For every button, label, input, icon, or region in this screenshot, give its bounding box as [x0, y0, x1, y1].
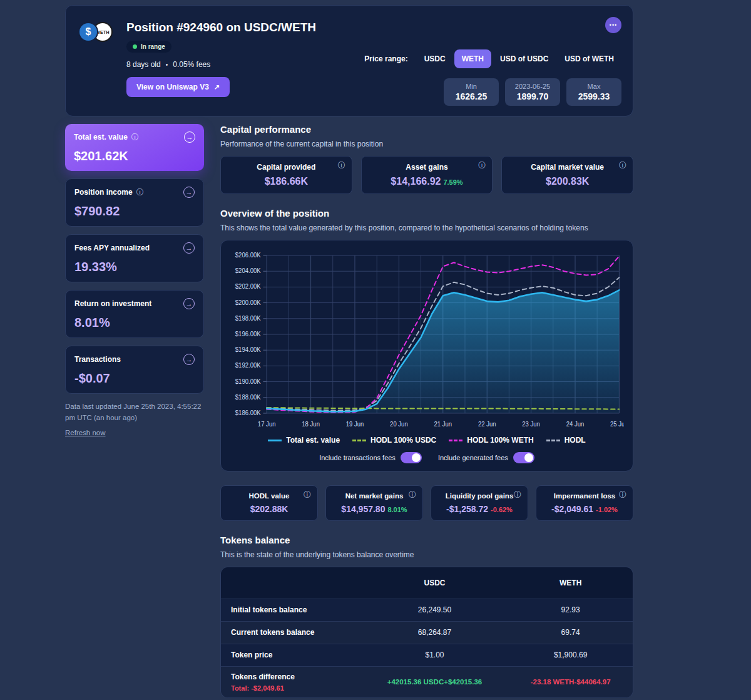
generated-fees-toggle[interactable] [513, 452, 534, 463]
in-range-dot-icon [133, 44, 137, 49]
range-max-value: 2599.33 [574, 91, 614, 101]
column-header-usdc: USDC [361, 567, 509, 599]
svg-text:$194.00K: $194.00K [235, 346, 261, 353]
info-icon[interactable]: ⓘ [478, 162, 486, 169]
view-on-uniswap-label: View on Uniswap V3 [136, 83, 209, 91]
tab-weth[interactable]: WETH [454, 49, 491, 68]
hodl-value-card: ⓘ HODL value $202.88K [220, 485, 318, 521]
stat-value: $200.83K [507, 176, 628, 187]
info-icon[interactable]: ⓘ [304, 491, 311, 498]
total-difference: Total: -$2,049.61 [221, 684, 361, 692]
stat-value: 19.33% [74, 260, 195, 274]
toggle-label: Include generated fees [438, 454, 508, 461]
table-row: Token price $1.00 $1,900.69 [221, 644, 633, 666]
stat-value: $202.88K [226, 504, 312, 514]
info-icon[interactable]: ⓘ [514, 491, 521, 498]
view-on-uniswap-button[interactable]: View on Uniswap V3 ↗ [126, 77, 230, 97]
cell-weth: 92.93 [508, 599, 633, 621]
tab-usdc[interactable]: USDC [417, 49, 453, 68]
capital-provided-card: ⓘ Capital provided $186.66K [220, 156, 352, 194]
stat-label: Total est. value [74, 133, 128, 142]
row-label-cell: Tokens difference Total: -$2,049.61 [221, 666, 361, 697]
svg-text:$202.00K: $202.00K [235, 283, 261, 290]
section-subtitle: This shows the total value generated by … [220, 224, 633, 232]
stat-value: $790.82 [74, 204, 195, 219]
range-current-box: 2023-06-25 1899.70 [505, 78, 560, 106]
fees-apy-card[interactable]: Fees APY annualized → 19.33% [65, 234, 204, 282]
svg-text:19 Jun: 19 Jun [346, 421, 364, 428]
stat-label: Asset gains [367, 163, 488, 172]
position-header: $ WETH Position #924960 on USDC/WETH In … [65, 5, 633, 116]
stat-value: -$2,049.61-1.02% [541, 504, 628, 514]
asset-gains-card: ⓘ Asset gains $14,166.927.59% [361, 156, 493, 194]
arrow-circle-icon[interactable]: → [183, 354, 195, 365]
range-min-box: Min 1626.25 [444, 78, 499, 106]
stat-label: Liquidity pool gains [436, 492, 523, 500]
transactions-card[interactable]: Transactions → -$0.07 [65, 346, 204, 394]
svg-text:$200.00K: $200.00K [235, 299, 261, 306]
table-header-row: USDC WETH [221, 567, 633, 599]
section-title: Overview of the position [220, 208, 633, 219]
position-value-chart: $186.00K$188.00K$190.00K$192.00K$194.00K… [230, 249, 624, 432]
cell-usdc: 26,249.50 [361, 599, 509, 621]
legend-swatch-icon [268, 440, 282, 441]
info-icon[interactable]: ⓘ [136, 188, 144, 196]
arrow-circle-icon[interactable]: → [183, 298, 195, 309]
svg-text:21 Jun: 21 Jun [434, 421, 452, 428]
total-est-value-card[interactable]: Total est. value ⓘ → $201.62K [65, 124, 204, 171]
info-icon[interactable]: ⓘ [619, 162, 626, 169]
range-max-box: Max 2599.33 [566, 78, 621, 106]
arrow-circle-icon[interactable]: → [183, 187, 195, 198]
header-right: ••• Price range: USDC WETH USD of USDC U… [364, 17, 621, 106]
net-market-gains-card: ⓘ Net market gains $14,957.808.01% [325, 485, 423, 521]
info-icon[interactable]: ⓘ [131, 133, 139, 141]
info-icon[interactable]: ⓘ [619, 491, 626, 498]
transactions-fees-toggle[interactable] [401, 452, 422, 463]
legend-item-hodl: HODL [546, 436, 586, 445]
stats-sidebar: Total est. value ⓘ → $201.62K Position i… [65, 124, 204, 700]
arrow-circle-icon[interactable]: → [184, 131, 195, 143]
stat-label: Net market gains [331, 492, 417, 500]
section-title: Capital performance [220, 124, 633, 135]
transactions-fees-toggle-row: Include transactions fees [319, 452, 422, 463]
info-icon[interactable]: ⓘ [409, 491, 416, 498]
token-pair-icons: $ WETH [78, 22, 113, 103]
tab-usd-of-weth[interactable]: USD of WETH [557, 49, 621, 68]
svg-text:22 Jun: 22 Jun [478, 421, 496, 428]
section-subtitle: This is the state of the underlying toke… [220, 550, 633, 559]
row-label: Token price [221, 644, 361, 666]
tokens-balance-table: USDC WETH Initial tokens balance 26,249.… [221, 567, 633, 697]
svg-text:$204.00K: $204.00K [235, 267, 261, 274]
legend-item-total-est-value: Total est. value [268, 436, 340, 445]
legend-item-hodl-usdc: HODL 100% USDC [352, 436, 436, 445]
section-subtitle: Performance of the current capital in th… [220, 140, 633, 148]
range-current-date: 2023-06-25 [513, 83, 553, 90]
stat-label: Fees APY annualized [74, 244, 150, 252]
usdc-token-icon: $ [78, 22, 98, 42]
legend-swatch-icon [449, 440, 462, 441]
refresh-now-link[interactable]: Refresh now [65, 429, 106, 436]
stat-value: -$0.07 [74, 371, 195, 386]
tab-usd-of-usdc[interactable]: USD of USDC [493, 49, 556, 68]
svg-text:$206.00K: $206.00K [235, 252, 261, 259]
stat-label: Return on investment [74, 299, 151, 308]
menu-button[interactable]: ••• [605, 17, 621, 33]
row-label: Current tokens balance [221, 621, 361, 644]
stat-label: Capital market value [507, 163, 628, 172]
range-min-value: 1626.25 [451, 91, 491, 101]
table-row-tokens-difference: Tokens difference Total: -$2,049.61 +420… [221, 666, 633, 697]
stat-label: Impermanent loss [541, 492, 628, 500]
return-on-investment-card[interactable]: Return on investment → 8.01% [65, 290, 204, 338]
position-age: 8 days old [126, 60, 161, 69]
arrow-circle-icon[interactable]: → [183, 242, 195, 254]
legend-label: HODL 100% USDC [370, 436, 436, 445]
legend-label: HODL 100% WETH [467, 436, 533, 445]
position-income-card[interactable]: Position income ⓘ → $790.82 [65, 178, 204, 227]
cell-usdc: $1.00 [361, 644, 509, 666]
info-icon[interactable]: ⓘ [338, 162, 345, 169]
stat-label: Transactions [74, 355, 121, 364]
stat-label: HODL value [226, 492, 312, 500]
column-header-weth: WETH [508, 567, 633, 599]
impermanent-loss-card: ⓘ Impermanent loss -$2,049.61-1.02% [536, 485, 633, 521]
fee-tier: 0.05% fees [173, 60, 210, 69]
